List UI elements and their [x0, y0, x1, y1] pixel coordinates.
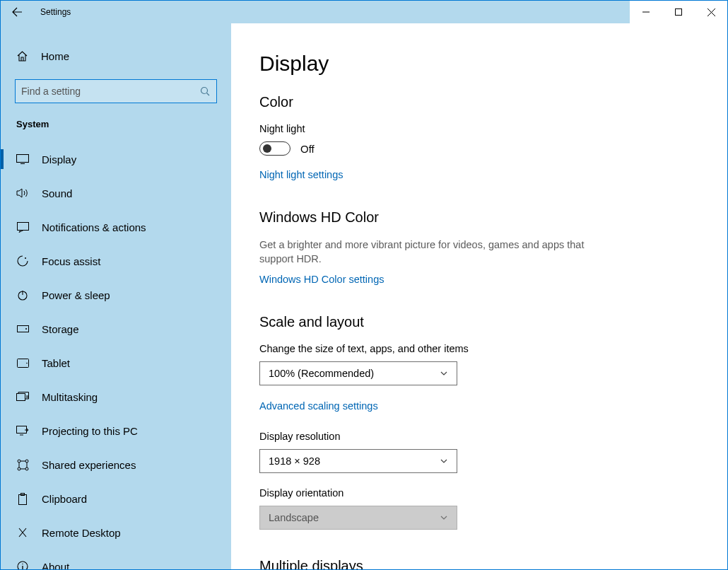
- sidebar-item-label: Shared experiences: [42, 459, 136, 471]
- sidebar-item-remote-desktop[interactable]: Remote Desktop: [1, 516, 231, 549]
- svg-point-9: [26, 362, 28, 363]
- night-light-toggle[interactable]: [259, 141, 290, 156]
- tablet-icon: [16, 356, 29, 369]
- about-icon: [16, 560, 29, 569]
- maximize-button[interactable]: [662, 1, 695, 23]
- page-title: Display: [259, 52, 699, 76]
- sidebar-item-focus-assist[interactable]: Focus assist: [1, 244, 231, 278]
- svg-point-14: [18, 467, 20, 470]
- text-size-value: 100% (Recommended): [269, 368, 374, 379]
- svg-rect-10: [17, 394, 25, 401]
- sidebar: Home System Display Sound Notifications …: [1, 23, 231, 569]
- advanced-scaling-link[interactable]: Advanced scaling settings: [259, 400, 378, 412]
- sound-icon: [16, 187, 29, 199]
- orientation-dropdown: Landscape: [259, 506, 457, 530]
- hdcolor-settings-link[interactable]: Windows HD Color settings: [259, 274, 384, 285]
- power-icon: [16, 289, 29, 301]
- sidebar-item-about[interactable]: About: [1, 549, 231, 569]
- resolution-label: Display resolution: [259, 431, 699, 442]
- sidebar-item-power-sleep[interactable]: Power & sleep: [1, 278, 231, 312]
- search-input[interactable]: [21, 86, 200, 97]
- sidebar-item-multitasking[interactable]: Multitasking: [1, 380, 231, 414]
- shared-experiences-icon: [16, 458, 29, 471]
- main-content: Display Color Night light Off Night ligh…: [231, 23, 727, 569]
- focus-assist-icon: [16, 255, 29, 267]
- sidebar-item-label: Remote Desktop: [42, 527, 121, 539]
- sidebar-item-label: Focus assist: [42, 255, 100, 267]
- night-light-state: Off: [300, 143, 315, 155]
- orientation-value: Landscape: [269, 512, 319, 523]
- section-color-header: Color: [259, 94, 699, 110]
- app-title: Settings: [40, 7, 71, 17]
- sidebar-item-label: About: [42, 561, 69, 570]
- chevron-down-icon: [440, 369, 448, 378]
- sidebar-item-storage[interactable]: Storage: [1, 312, 231, 346]
- remote-desktop-icon: [16, 526, 29, 539]
- notifications-icon: [16, 221, 29, 233]
- close-icon: [708, 8, 715, 16]
- orientation-label: Display orientation: [259, 487, 699, 499]
- search-icon: [200, 86, 211, 97]
- home-icon: [16, 50, 28, 62]
- multitasking-icon: [16, 390, 29, 403]
- svg-point-15: [25, 467, 28, 470]
- svg-rect-2: [17, 155, 29, 163]
- sidebar-item-sound[interactable]: Sound: [1, 176, 231, 210]
- sidebar-item-label: Notifications & actions: [42, 221, 146, 233]
- projecting-icon: [16, 424, 29, 437]
- resolution-dropdown[interactable]: 1918 × 928: [259, 449, 457, 473]
- toggle-knob: [263, 144, 271, 153]
- svg-point-13: [25, 460, 28, 463]
- category-header: System: [1, 119, 231, 142]
- minimize-icon: [642, 8, 650, 16]
- sidebar-item-tablet[interactable]: Tablet: [1, 346, 231, 380]
- svg-rect-16: [19, 494, 27, 504]
- chevron-down-icon: [440, 513, 448, 522]
- sidebar-item-label: Sound: [42, 187, 72, 199]
- resolution-value: 1918 × 928: [269, 455, 320, 467]
- svg-point-1: [201, 87, 208, 93]
- night-light-settings-link[interactable]: Night light settings: [259, 169, 343, 180]
- night-light-label: Night light: [259, 123, 699, 134]
- section-multiple-displays-header: Multiple displays: [259, 558, 699, 569]
- svg-point-7: [25, 328, 27, 330]
- section-hdcolor-header: Windows HD Color: [259, 209, 699, 226]
- titlebar: Settings: [1, 1, 727, 23]
- minimize-button[interactable]: [630, 1, 662, 23]
- sidebar-item-label: Display: [42, 153, 76, 165]
- sidebar-item-projecting[interactable]: Projecting to this PC: [1, 414, 231, 448]
- svg-point-12: [18, 460, 20, 463]
- sidebar-item-shared-experiences[interactable]: Shared experiences: [1, 448, 231, 482]
- sidebar-item-notifications[interactable]: Notifications & actions: [1, 210, 231, 244]
- chevron-down-icon: [440, 457, 448, 465]
- search-input-wrapper[interactable]: [15, 79, 217, 103]
- arrow-left-icon: [11, 6, 23, 18]
- sidebar-item-label: Projecting to this PC: [42, 425, 138, 437]
- text-size-label: Change the size of text, apps, and other…: [259, 343, 699, 354]
- svg-rect-0: [676, 9, 682, 16]
- svg-rect-6: [17, 326, 28, 332]
- text-size-dropdown[interactable]: 100% (Recommended): [259, 361, 457, 385]
- close-button[interactable]: [695, 1, 727, 23]
- sidebar-item-clipboard[interactable]: Clipboard: [1, 482, 231, 516]
- section-scale-header: Scale and layout: [259, 314, 699, 330]
- svg-rect-3: [17, 222, 28, 230]
- sidebar-item-label: Clipboard: [42, 493, 87, 505]
- hdcolor-description: Get a brighter and more vibrant picture …: [259, 238, 585, 266]
- clipboard-icon: [16, 492, 29, 505]
- storage-icon: [16, 322, 29, 335]
- sidebar-item-label: Tablet: [42, 357, 70, 369]
- sidebar-item-label: Storage: [42, 323, 79, 335]
- home-nav[interactable]: Home: [1, 41, 231, 71]
- sidebar-item-display[interactable]: Display: [1, 142, 231, 176]
- sidebar-item-label: Multitasking: [42, 391, 98, 403]
- svg-point-4: [25, 257, 26, 259]
- maximize-icon: [675, 8, 682, 16]
- display-icon: [16, 153, 29, 165]
- home-label: Home: [41, 50, 69, 62]
- back-button[interactable]: [1, 1, 33, 23]
- sidebar-item-label: Power & sleep: [42, 289, 110, 301]
